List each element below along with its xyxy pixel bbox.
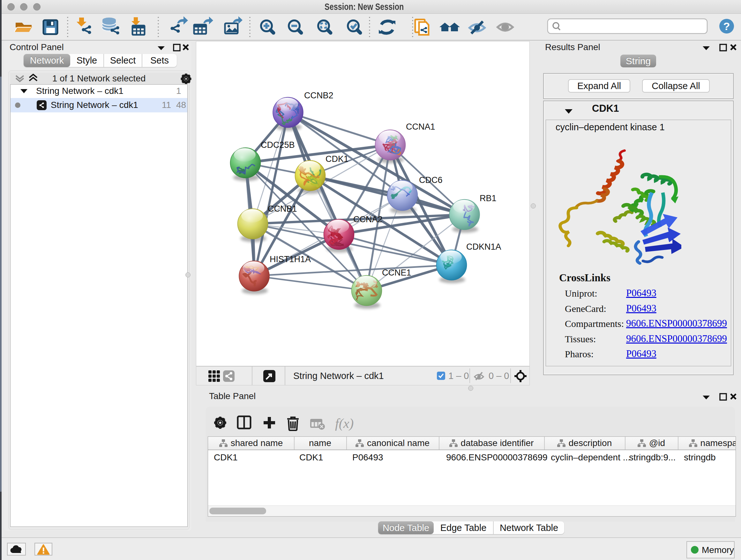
svg-text:CDK1: CDK1 bbox=[326, 154, 348, 164]
svg-text:?: ? bbox=[724, 20, 730, 32]
svg-text:CCNA1: CCNA1 bbox=[406, 122, 435, 132]
svg-text:HIST1H1A: HIST1H1A bbox=[270, 254, 311, 264]
svg-text:CCNA2: CCNA2 bbox=[353, 214, 383, 224]
svg-text:CCNB1: CCNB1 bbox=[268, 204, 297, 213]
svg-text:CDC25B: CDC25B bbox=[261, 140, 295, 150]
svg-text:RB1: RB1 bbox=[480, 193, 496, 203]
svg-text:CDKN1A: CDKN1A bbox=[466, 242, 501, 252]
svg-text:CCNE1: CCNE1 bbox=[382, 268, 411, 277]
svg-text:CDC6: CDC6 bbox=[419, 175, 443, 185]
svg-text:f(x): f(x) bbox=[335, 416, 354, 431]
svg-text:CCNB2: CCNB2 bbox=[304, 91, 333, 100]
